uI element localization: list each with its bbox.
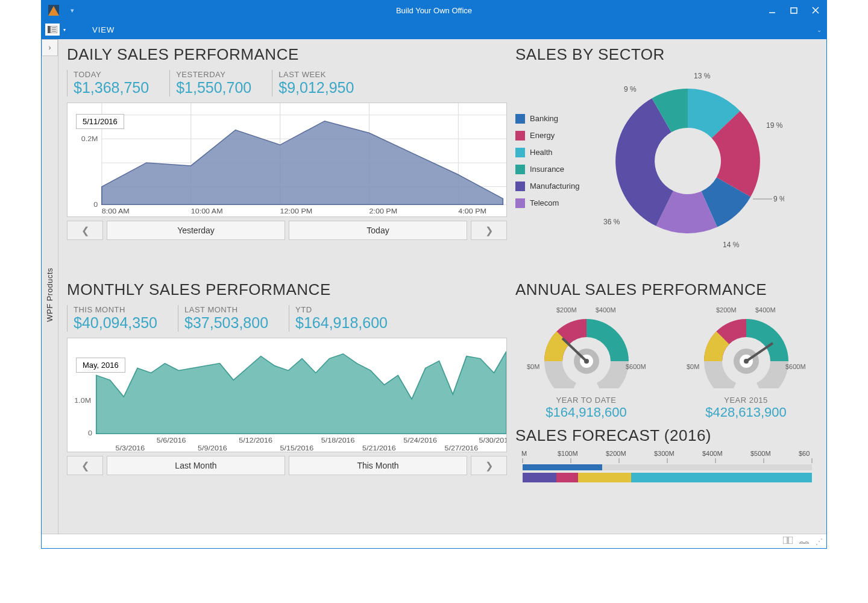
view-reading-icon[interactable] bbox=[799, 537, 810, 546]
svg-text:5/15/2016: 5/15/2016 bbox=[280, 444, 314, 452]
gauge-2015-value: $428,613,900 bbox=[683, 405, 810, 420]
svg-rect-84 bbox=[788, 537, 793, 544]
kpi-today-value: $1,368,750 bbox=[74, 79, 149, 96]
svg-text:$200M: $200M bbox=[606, 450, 626, 457]
monthly-chart[interactable]: 1.0M 0 5/3/20165/6/2016 5/9/20165/12/201… bbox=[67, 338, 507, 452]
svg-text:0: 0 bbox=[88, 429, 92, 437]
svg-rect-82 bbox=[631, 473, 812, 482]
svg-text:$600M: $600M bbox=[785, 363, 806, 370]
daily-yesterday-button[interactable]: Yesterday bbox=[107, 221, 285, 240]
panel-annual-sales: ANNUAL SALES PERFORMANCE bbox=[515, 280, 817, 420]
kpi-thismonth-label: THIS MONTH bbox=[74, 305, 157, 314]
titlebar: ▾ Build Your Own Office bbox=[42, 1, 826, 20]
kpi-thismonth-value: $40,094,350 bbox=[74, 314, 157, 332]
svg-text:$100M: $100M bbox=[558, 450, 578, 457]
sidebar: › WPF Products bbox=[42, 39, 58, 534]
kpi-today-label: TODAY bbox=[74, 70, 149, 79]
kpi-lastweek-label: LAST WEEK bbox=[278, 70, 354, 79]
qat-dropdown-icon[interactable]: ▾ bbox=[71, 7, 83, 14]
panel-monthly-sales: MONTHLY SALES PERFORMANCE THIS MONTH$40,… bbox=[67, 280, 507, 528]
legend-health: Health bbox=[530, 144, 553, 161]
svg-text:5/9/2016: 5/9/2016 bbox=[198, 444, 227, 452]
svg-text:$500M: $500M bbox=[750, 450, 771, 457]
svg-rect-6 bbox=[48, 26, 50, 33]
forecast-chart[interactable]: M $100M $200M $300M $400M $500M $60 bbox=[515, 449, 817, 485]
sidebar-tab-label[interactable]: WPF Products bbox=[45, 268, 54, 322]
svg-text:$0M: $0M bbox=[527, 363, 539, 370]
maximize-button[interactable] bbox=[783, 1, 805, 20]
svg-text:$60: $60 bbox=[799, 450, 810, 457]
gauge-2015-label: YEAR 2015 bbox=[683, 396, 810, 405]
daily-next-arrow[interactable]: ❯ bbox=[471, 221, 507, 240]
panes-dropdown-icon[interactable]: ▾ bbox=[63, 27, 66, 33]
svg-text:0.2M: 0.2M bbox=[81, 135, 98, 142]
svg-text:$200M: $200M bbox=[556, 306, 577, 314]
gauge-ytd-value: $164,918,600 bbox=[523, 405, 650, 420]
svg-text:0: 0 bbox=[93, 201, 98, 208]
svg-text:$400M: $400M bbox=[755, 306, 776, 314]
svg-rect-79 bbox=[523, 473, 556, 482]
svg-text:$0M: $0M bbox=[687, 363, 699, 370]
svg-point-51 bbox=[584, 359, 589, 364]
svg-point-58 bbox=[744, 359, 749, 364]
forecast-title: SALES FORECAST (2016) bbox=[515, 426, 817, 445]
svg-text:5/21/2016: 5/21/2016 bbox=[362, 444, 396, 452]
panel-sales-by-sector: SALES BY SECTOR Banking Energy Health In… bbox=[515, 45, 817, 274]
sidebar-expand-button[interactable]: › bbox=[42, 39, 58, 56]
daily-prev-arrow[interactable]: ❮ bbox=[67, 221, 103, 240]
sector-donut-chart[interactable]: 13 % 19 % 9 % 14 % 36 % 9 % bbox=[591, 68, 784, 254]
gauge-ytd-label: YEAR TO DATE bbox=[523, 396, 650, 405]
statusbar: ⋰ bbox=[42, 534, 826, 548]
svg-text:5/27/2016: 5/27/2016 bbox=[445, 444, 479, 452]
svg-text:$400M: $400M bbox=[596, 306, 616, 314]
svg-text:36 %: 36 % bbox=[603, 218, 620, 226]
minimize-button[interactable] bbox=[761, 1, 783, 20]
legend-banking: Banking bbox=[530, 110, 558, 127]
svg-text:8:00 AM: 8:00 AM bbox=[102, 207, 130, 215]
svg-text:5/24/2016: 5/24/2016 bbox=[403, 437, 437, 444]
gauge-ytd[interactable]: $200M $400M $0M $600M bbox=[523, 304, 650, 388]
ribbon-expand-icon[interactable]: ⌄ bbox=[817, 27, 822, 33]
tab-view[interactable]: VIEW bbox=[84, 20, 123, 39]
gauge-2015[interactable]: $200M $400M $0M $600M bbox=[683, 304, 810, 388]
resize-grip-icon[interactable]: ⋰ bbox=[816, 537, 823, 546]
svg-text:19 %: 19 % bbox=[766, 121, 783, 130]
window-title: Build Your Own Office bbox=[42, 6, 826, 15]
monthly-chart-tooltip: May, 2016 bbox=[76, 358, 125, 373]
view-normal-icon[interactable] bbox=[783, 537, 793, 546]
app-icon bbox=[45, 2, 62, 19]
daily-title: DAILY SALES PERFORMANCE bbox=[67, 45, 507, 64]
svg-text:5/6/2016: 5/6/2016 bbox=[157, 437, 186, 444]
kpi-ytd-value: $164,918,600 bbox=[295, 314, 388, 332]
kpi-yesterday-label: YESTERDAY bbox=[176, 70, 251, 79]
panes-icon[interactable] bbox=[45, 24, 60, 36]
daily-today-button[interactable]: Today bbox=[289, 221, 467, 240]
svg-marker-38 bbox=[96, 352, 506, 434]
monthly-lastmonth-button[interactable]: Last Month bbox=[107, 456, 285, 475]
svg-text:4:00 PM: 4:00 PM bbox=[458, 207, 486, 215]
daily-chart-tooltip: 5/11/2016 bbox=[76, 114, 124, 129]
svg-text:$300M: $300M bbox=[654, 450, 675, 457]
svg-rect-3 bbox=[791, 8, 797, 13]
svg-text:1.0M: 1.0M bbox=[74, 397, 91, 404]
svg-text:5/3/2016: 5/3/2016 bbox=[116, 444, 145, 452]
svg-text:5/12/2016: 5/12/2016 bbox=[239, 437, 272, 444]
legend-insurance: Insurance bbox=[530, 161, 564, 178]
svg-rect-83 bbox=[783, 537, 787, 544]
close-button[interactable] bbox=[805, 1, 826, 20]
svg-text:5/18/2016: 5/18/2016 bbox=[321, 437, 355, 444]
monthly-next-arrow[interactable]: ❯ bbox=[471, 456, 507, 475]
svg-text:M: M bbox=[521, 450, 527, 457]
svg-rect-78 bbox=[523, 464, 602, 470]
monthly-prev-arrow[interactable]: ❮ bbox=[67, 456, 103, 475]
daily-chart[interactable]: 0.2M 0 8:00 AM 10:00 AM 12:00 PM 2:00 PM… bbox=[67, 103, 507, 217]
panel-daily-sales: DAILY SALES PERFORMANCE TODAY$1,368,750 … bbox=[67, 45, 507, 274]
legend-telecom: Telecom bbox=[530, 195, 559, 212]
ribbon: ▾ VIEW ⌄ bbox=[42, 20, 826, 39]
legend-energy: Energy bbox=[530, 127, 555, 144]
svg-text:13 %: 13 % bbox=[694, 72, 711, 80]
legend-manufacturing: Manufacturing bbox=[530, 178, 579, 195]
monthly-thismonth-button[interactable]: This Month bbox=[289, 456, 467, 475]
kpi-ytd-label: YTD bbox=[295, 305, 388, 314]
svg-text:$200M: $200M bbox=[716, 306, 737, 314]
